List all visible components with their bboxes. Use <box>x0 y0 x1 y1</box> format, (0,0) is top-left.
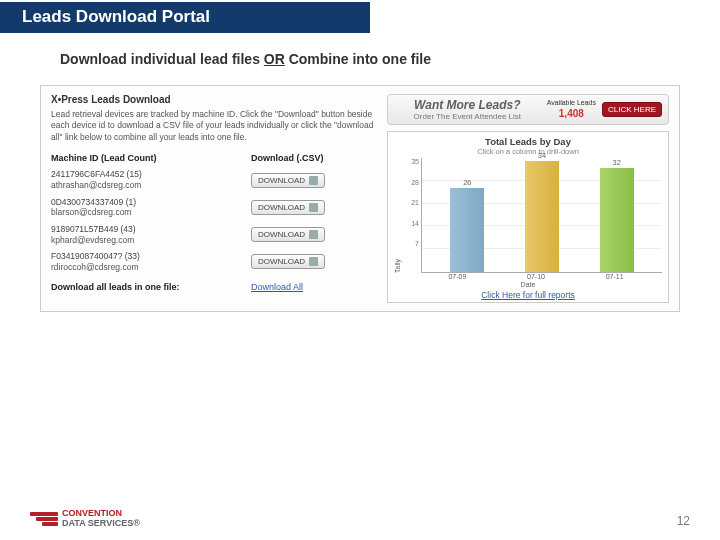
machine-id: 2411796C6FA4452 (15) <box>51 169 142 179</box>
logo: CONVENTION DATA SERVICES® <box>30 509 140 528</box>
available-leads-count: 1,408 <box>547 108 596 120</box>
chart-plot: 26 34 32 <box>421 158 662 273</box>
download-arrow-icon <box>309 257 318 266</box>
machine-id: 0D4300734337409 (1) <box>51 197 136 207</box>
download-button[interactable]: DOWNLOAD <box>251 200 325 215</box>
chart-ylabel: Tally <box>394 158 401 273</box>
xtick: 07-09 <box>448 273 466 280</box>
chart-xaxis: 07-09 07-10 07-11 <box>410 273 662 280</box>
table-row: F0341908740047? (33) rdiroccoh@cdsreg.co… <box>51 251 381 272</box>
full-reports-link[interactable]: Click Here for full reports <box>481 290 575 300</box>
instruction-text: Download individual lead files OR Combin… <box>60 51 720 67</box>
table-row: 9189071L57B449 (43) kphard@evdsreg.com D… <box>51 224 381 245</box>
machine-email: kphard@evdsreg.com <box>51 235 134 245</box>
machine-email: blarson@cdsreg.com <box>51 207 131 217</box>
machine-text: 2411796C6FA4452 (15) athrashan@cdsreg.co… <box>51 169 251 190</box>
logo-reg: ® <box>133 518 140 528</box>
download-all-label: Download all leads in one file: <box>51 282 251 292</box>
download-button-label: DOWNLOAD <box>258 203 305 212</box>
chart-xlabel: Date <box>394 281 662 288</box>
chart-yaxis: 35 28 21 14 7 <box>405 158 419 273</box>
bar-value: 34 <box>525 151 559 160</box>
xtick: 07-10 <box>527 273 545 280</box>
col-machine-id: Machine ID (Lead Count) <box>51 153 251 163</box>
download-button-label: DOWNLOAD <box>258 230 305 239</box>
ytick: 21 <box>405 199 419 206</box>
promo-subhead: Order The Event Attendee List <box>394 112 541 121</box>
chart-container: Total Leads by Day Click on a column to … <box>387 131 669 303</box>
download-column: X•Press Leads Download Lead retrieval de… <box>51 94 381 303</box>
machine-text: 0D4300734337409 (1) blarson@cdsreg.com <box>51 197 251 218</box>
logo-text: CONVENTION DATA SERVICES® <box>62 509 140 528</box>
table-row: 2411796C6FA4452 (15) athrashan@cdsreg.co… <box>51 169 381 190</box>
bar-value: 32 <box>600 158 634 167</box>
xtick: 07-11 <box>606 273 624 280</box>
promo-click-button[interactable]: CLICK HERE <box>602 102 662 117</box>
promo-banner: Want More Leads? Order The Event Attende… <box>387 94 669 125</box>
machine-text: F0341908740047? (33) rdiroccoh@cdsreg.co… <box>51 251 251 272</box>
right-column: Want More Leads? Order The Event Attende… <box>387 94 669 303</box>
download-button[interactable]: DOWNLOAD <box>251 227 325 242</box>
download-button-label: DOWNLOAD <box>258 257 305 266</box>
ytick: 28 <box>405 179 419 186</box>
logo-mark-icon <box>30 512 58 526</box>
download-arrow-icon <box>309 203 318 212</box>
download-button-label: DOWNLOAD <box>258 176 305 185</box>
instruction-post: Combine into one file <box>285 51 431 67</box>
download-button[interactable]: DOWNLOAD <box>251 173 325 188</box>
available-leads-label: Available Leads <box>547 99 596 107</box>
page-title: Leads Download Portal <box>0 2 370 33</box>
portal-panel: X•Press Leads Download Lead retrieval de… <box>40 85 680 312</box>
machine-id: 9189071L57B449 (43) <box>51 224 136 234</box>
chart-area: Tally 35 28 21 14 7 26 <box>394 158 662 273</box>
promo-headline: Want More Leads? <box>394 98 541 112</box>
promo-text: Want More Leads? Order The Event Attende… <box>394 98 541 121</box>
download-all-row: Download all leads in one file: Download… <box>51 282 381 292</box>
chart-link-row: Click Here for full reports <box>394 290 662 300</box>
download-arrow-icon <box>309 176 318 185</box>
table-row: 0D4300734337409 (1) blarson@cdsreg.com D… <box>51 197 381 218</box>
footer: CONVENTION DATA SERVICES® 12 <box>0 509 720 528</box>
machine-email: athrashan@cdsreg.com <box>51 180 141 190</box>
chart-title: Total Leads by Day <box>394 136 662 147</box>
machine-text: 9189071L57B449 (43) kphard@evdsreg.com <box>51 224 251 245</box>
instruction-pre: Download individual lead files <box>60 51 264 67</box>
available-leads: Available Leads 1,408 <box>547 99 596 119</box>
chart-bar[interactable]: 26 <box>450 188 484 272</box>
table-header: Machine ID (Lead Count) Download (.CSV) <box>51 153 381 163</box>
ytick: 7 <box>405 240 419 247</box>
instruction-or: OR <box>264 51 285 67</box>
download-button[interactable]: DOWNLOAD <box>251 254 325 269</box>
page-number: 12 <box>677 514 690 528</box>
download-title: X•Press Leads Download <box>51 94 381 105</box>
machine-id: F0341908740047? (33) <box>51 251 140 261</box>
chart-bar[interactable]: 34 <box>525 161 559 272</box>
download-arrow-icon <box>309 230 318 239</box>
ytick: 14 <box>405 220 419 227</box>
download-subtitle: Lead retrieval devices are tracked by ma… <box>51 109 381 143</box>
logo-line2: DATA SERVICES <box>62 518 133 528</box>
machine-email: rdiroccoh@cdsreg.com <box>51 262 139 272</box>
bar-value: 26 <box>450 178 484 187</box>
download-all-link[interactable]: Download All <box>251 282 303 292</box>
col-download: Download (.CSV) <box>251 153 324 163</box>
ytick: 35 <box>405 158 419 165</box>
chart-bar[interactable]: 32 <box>600 168 634 272</box>
